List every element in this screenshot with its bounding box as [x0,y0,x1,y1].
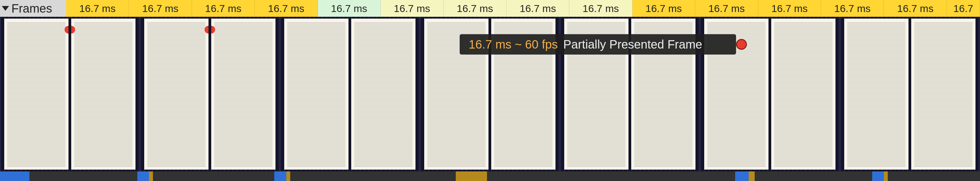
activity-segment[interactable] [884,172,888,181]
main-thread-activity[interactable] [0,172,980,181]
frame-cell[interactable]: 16.7 ms [569,0,632,17]
activity-segment[interactable] [286,172,290,181]
frame-duration-label: 16.7 ms [79,3,116,14]
activity-segment[interactable] [872,172,884,181]
frame-duration-label: 16.7 ms [457,3,493,14]
frame-cell[interactable]: 16.7 ms [884,0,947,17]
screenshot-thumbnail [144,19,208,170]
frame-duration-label: 16.7 ms [771,3,808,14]
layout-shift-marker-icon [211,26,215,33]
tooltip-duration: 16.7 ms ~ 60 fps [469,38,558,51]
frame-duration-label: 16.7 ms [897,3,934,14]
filmstrip-cell[interactable] [140,17,280,172]
activity-segment[interactable] [456,172,487,181]
frames-track-header[interactable]: Frames [0,0,66,17]
frame-duration-label: 16.7 ms [205,3,242,14]
frame-duration-label: 16.7 ms [646,3,682,14]
frame-cell[interactable]: 16.7 ms [758,0,821,17]
activity-segment[interactable] [149,172,153,181]
frame-duration-label: 16.7 ms [834,3,871,14]
frames-track[interactable]: Frames 16.7 ms16.7 ms16.7 ms16.7 ms16.7 … [0,0,980,17]
activity-segment[interactable] [749,172,755,181]
frame-cell[interactable]: 16.7 ms [381,0,444,17]
filmstrip-cell[interactable] [840,17,980,172]
filmstrip-cell[interactable] [280,17,420,172]
layout-shift-marker-icon [71,26,75,33]
filmstrip-cell[interactable] [0,17,140,172]
frame-duration-label: 16.7 ms [582,3,619,14]
frame-cell[interactable]: 16.7 ms [506,0,569,17]
frame-duration-label: 16.7 ms [394,3,430,14]
frame-cell[interactable]: 16.7 ms [821,0,884,17]
frame-cell[interactable]: 16.7 ms [632,0,695,17]
screenshot-thumbnail [844,19,908,170]
frame-duration-label: 16.7 ms [268,3,304,14]
disclosure-triangle-icon[interactable] [2,6,9,11]
screenshot-thumbnail [351,19,415,170]
screenshot-thumbnail [211,19,275,170]
screenshot-thumbnail [771,19,835,170]
frame-cell[interactable]: 16.7 ms [129,0,192,17]
activity-segment[interactable] [735,172,749,181]
activity-segment[interactable] [0,172,29,181]
activity-segment[interactable] [137,172,149,181]
frames-track-label: Frames [11,2,52,15]
activity-segment[interactable] [274,172,286,181]
frame-cell[interactable]: 16.7 [947,0,980,17]
frame-tooltip: 16.7 ms ~ 60 fps Partially Presented Fra… [460,34,736,55]
frame-duration-label: 16.7 [953,3,973,14]
frame-cell[interactable]: 16.7 ms [192,0,255,17]
frame-duration-label: 16.7 ms [331,3,367,14]
layout-shift-marker-icon [205,26,208,33]
screenshot-thumbnail [4,19,68,170]
layout-shift-marker-icon [65,26,68,33]
frame-cell[interactable]: 16.7 ms [255,0,318,17]
frame-duration-label: 16.7 ms [142,3,178,14]
tooltip-event: Partially Presented Frame [563,38,702,51]
frame-cell[interactable]: 16.7 ms [444,0,506,17]
frame-duration-label: 16.7 ms [520,3,556,14]
screenshot-filmstrip[interactable]: 16.7 ms ~ 60 fps Partially Presented Fra… [0,17,980,172]
screenshot-thumbnail [911,19,975,170]
screenshot-thumbnail [284,19,348,170]
frame-cell[interactable]: 16.7 ms [695,0,758,17]
frame-duration-label: 16.7 ms [708,3,745,14]
frame-cell[interactable]: 16.7 ms [318,0,381,17]
frame-cell[interactable]: 16.7 ms [66,0,129,17]
screenshot-thumbnail [71,19,135,170]
